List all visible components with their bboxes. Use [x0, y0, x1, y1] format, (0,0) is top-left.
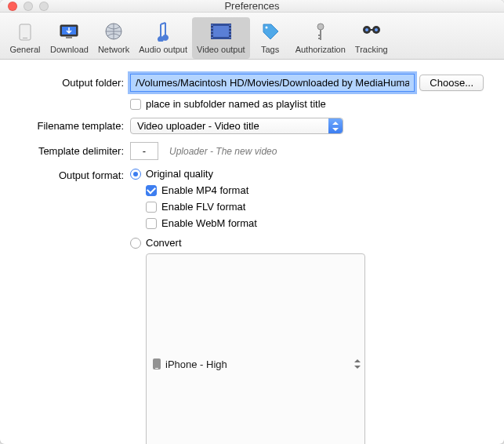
tab-download[interactable]: Download	[45, 17, 93, 59]
content-pane: Output folder: Choose... place in subfol…	[0, 60, 504, 444]
select-value: Video uploader - Video title	[137, 120, 259, 132]
tab-network[interactable]: Network	[93, 17, 134, 59]
checkbox-label: Enable FLV format	[161, 201, 245, 213]
tab-tags[interactable]: Tags	[250, 17, 291, 59]
svg-rect-16	[229, 27, 230, 29]
filename-template-select[interactable]: Video uploader - Video title	[130, 118, 343, 134]
tab-authorization[interactable]: Authorization	[291, 17, 350, 59]
place-subfolder-checkbox[interactable]: place in subfolder named as playlist tit…	[130, 98, 326, 110]
template-delimiter-input[interactable]	[130, 142, 158, 160]
preferences-window: Preferences General Download Network Au	[0, 0, 504, 444]
tab-label: Tags	[261, 45, 279, 54]
svg-rect-4	[66, 36, 72, 38]
chevron-updown-icon	[328, 118, 343, 133]
template-preview: Uploader - The new video	[169, 146, 277, 157]
tab-general[interactable]: General	[5, 17, 45, 59]
convert-target-select[interactable]: iPhone - High	[146, 253, 365, 444]
original-quality-radio[interactable]: Original quality	[130, 168, 213, 180]
zoom-window-icon	[39, 2, 49, 11]
enable-mp4-checkbox[interactable]: Enable MP4 format	[146, 184, 257, 196]
checkbox-icon	[146, 218, 157, 229]
svg-point-21	[317, 24, 324, 30]
radio-icon	[130, 169, 141, 180]
phone-icon	[153, 358, 161, 369]
svg-rect-12	[211, 31, 212, 32]
checkbox-icon	[146, 202, 157, 213]
svg-rect-10	[211, 24, 212, 26]
checkbox-label: Enable MP4 format	[161, 184, 248, 196]
tab-video-output[interactable]: Video output	[192, 17, 250, 59]
svg-rect-24	[370, 29, 373, 31]
window-title: Preferences	[0, 0, 504, 12]
svg-point-26	[375, 28, 378, 31]
tab-label: Authorization	[296, 45, 346, 54]
svg-rect-14	[211, 37, 212, 38]
radio-label: Original quality	[146, 168, 213, 180]
svg-rect-18	[229, 34, 230, 35]
svg-rect-11	[211, 27, 212, 29]
audio-icon	[152, 20, 174, 42]
tracking-icon	[361, 20, 383, 42]
window-controls	[0, 2, 49, 11]
titlebar: Preferences	[0, 0, 504, 13]
tags-icon	[259, 20, 281, 42]
choose-folder-button[interactable]: Choose...	[419, 75, 484, 91]
checkbox-label: Enable WebM format	[161, 217, 257, 229]
tab-audio-output[interactable]: Audio output	[134, 17, 192, 59]
filename-template-label: Filename template:	[20, 120, 130, 132]
svg-point-20	[265, 27, 267, 29]
template-delimiter-label: Template delimiter:	[20, 145, 130, 157]
general-icon	[14, 20, 36, 42]
minimize-window-icon	[24, 2, 33, 11]
tab-label: Video output	[197, 45, 245, 54]
toolbar: General Download Network Audio output Vi…	[0, 13, 504, 60]
radio-icon	[130, 238, 141, 249]
network-icon	[103, 20, 125, 42]
output-folder-input[interactable]	[130, 74, 415, 92]
chevron-updown-icon	[350, 254, 364, 444]
tab-label: Audio output	[139, 45, 187, 54]
enable-webm-checkbox[interactable]: Enable WebM format	[146, 217, 257, 229]
convert-radio[interactable]: Convert	[130, 237, 182, 249]
svg-rect-17	[229, 31, 230, 32]
svg-rect-13	[211, 34, 212, 35]
svg-rect-19	[229, 37, 230, 38]
authorization-icon	[310, 20, 332, 42]
tab-label: Download	[50, 45, 89, 54]
svg-point-25	[365, 28, 368, 31]
tab-label: Tracking	[355, 45, 388, 54]
select-value: iPhone - High	[165, 358, 227, 370]
video-icon	[210, 20, 232, 42]
svg-rect-7	[213, 26, 229, 37]
tab-label: General	[9, 45, 40, 54]
output-folder-label: Output folder:	[20, 77, 130, 89]
tab-tracking[interactable]: Tracking	[350, 17, 393, 59]
download-icon	[58, 20, 80, 42]
enable-flv-checkbox[interactable]: Enable FLV format	[146, 201, 257, 213]
output-format-label: Output format:	[20, 168, 130, 181]
checkbox-icon	[130, 99, 141, 110]
tab-label: Network	[98, 45, 129, 54]
checkbox-icon	[146, 185, 157, 196]
checkbox-label: place in subfolder named as playlist tit…	[146, 98, 326, 110]
close-window-icon[interactable]	[8, 2, 17, 11]
svg-rect-15	[229, 24, 230, 26]
radio-label: Convert	[146, 237, 182, 249]
svg-rect-1	[23, 38, 27, 38]
